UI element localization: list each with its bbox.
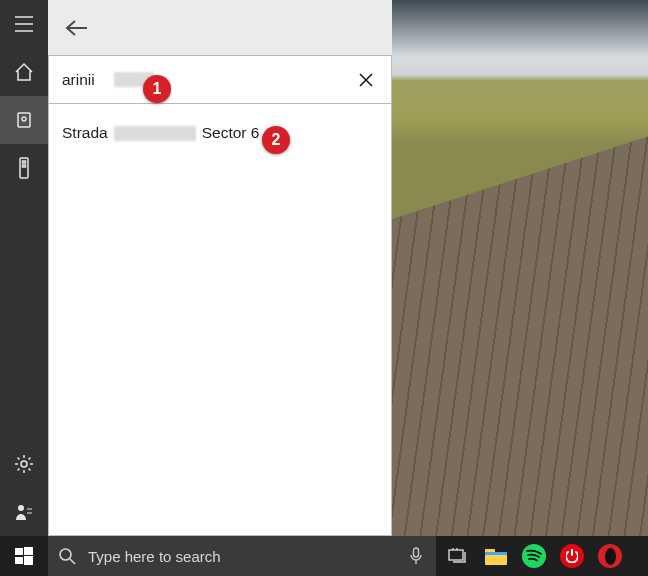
back-button[interactable] [56,8,96,48]
taskbar-search-placeholder: Type here to search [88,548,394,565]
svg-rect-0 [18,113,30,127]
mic-icon [409,547,423,565]
search-icon [58,547,76,565]
svg-rect-16 [485,552,507,555]
taskbar-search[interactable]: Type here to search [48,536,436,576]
start-button[interactable] [0,536,48,576]
spotify-icon [522,544,546,568]
svg-rect-8 [24,547,33,555]
svg-point-11 [60,549,71,560]
result-suffix: Sector 6 [202,124,260,142]
nav-menu-button[interactable] [0,0,48,48]
svg-rect-9 [15,557,23,564]
search-field[interactable] [62,71,352,89]
result-prefix: Strada [62,124,108,142]
svg-rect-13 [449,550,463,560]
annotation-badge-1: 1 [143,75,171,103]
nav-home-button[interactable] [0,48,48,96]
opera-icon [598,544,622,568]
clear-search-button[interactable] [352,66,380,94]
search-result-item[interactable]: Strada Sector 6 [48,104,392,156]
search-input[interactable] [62,71,108,89]
panel-header [48,0,392,56]
nav-settings-button[interactable] [0,440,48,488]
hamburger-icon [14,15,34,33]
redacted-text [114,126,196,141]
power-button[interactable] [558,542,586,570]
nav-remote-button[interactable] [0,144,48,192]
svg-point-5 [21,461,27,467]
close-icon [358,72,374,88]
search-row [48,56,392,104]
taskbar-pinned [436,542,632,570]
spotify-button[interactable] [520,542,548,570]
cortana-mic-button[interactable] [406,546,426,566]
svg-point-6 [18,505,24,511]
task-view-icon [447,547,469,565]
svg-rect-10 [24,556,33,565]
back-arrow-icon [63,18,89,38]
file-explorer-button[interactable] [482,542,510,570]
person-icon [14,502,34,522]
svg-rect-12 [414,548,419,557]
nav-rail [0,0,48,536]
file-explorer-icon [484,546,508,566]
svg-rect-7 [15,548,23,555]
task-view-button[interactable] [444,542,472,570]
home-icon [14,62,34,82]
power-icon [560,544,584,568]
nav-maps-button[interactable] [0,96,48,144]
svg-rect-3 [23,161,26,163]
remote-icon [17,157,31,179]
windows-logo-icon [15,547,33,565]
svg-rect-4 [23,165,26,167]
annotation-badge-2: 2 [262,126,290,154]
map-pin-icon [14,110,34,130]
opera-button[interactable] [596,542,624,570]
svg-point-1 [22,117,26,121]
gear-icon [14,454,34,474]
taskbar: Type here to search [0,536,648,576]
nav-account-button[interactable] [0,488,48,536]
maps-search-panel: Strada Sector 6 [48,0,392,536]
